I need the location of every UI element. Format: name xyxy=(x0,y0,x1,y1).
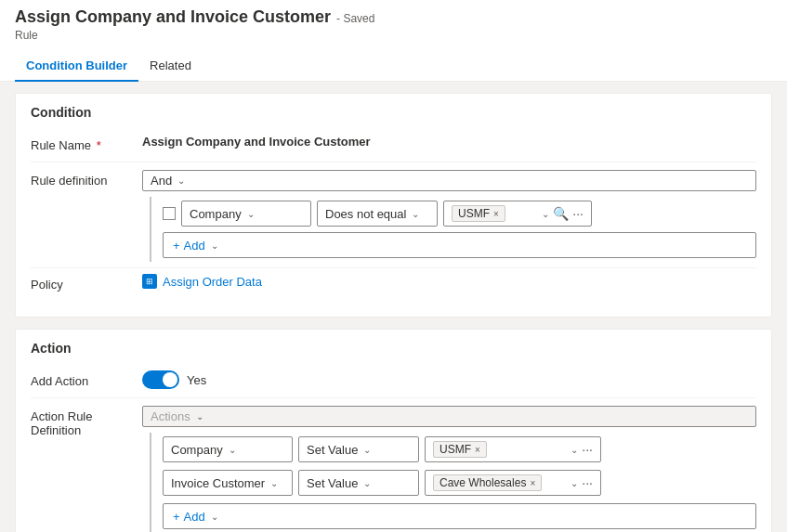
action-tag-box-end-2: ⌄ ··· xyxy=(569,475,593,490)
action-rule-section: Actions ⌄ Company ⌄ Set Value ⌄ xyxy=(142,406,756,532)
value-tag-usmf: USMF × xyxy=(452,205,505,222)
tab-related[interactable]: Related xyxy=(138,51,203,82)
page-title: Assign Company and Invoice Customer xyxy=(15,7,331,27)
rule-name-label: Rule Name * xyxy=(31,135,142,152)
more-icon[interactable]: ··· xyxy=(572,206,584,221)
action-tree: Company ⌄ Set Value ⌄ USMF × xyxy=(150,433,756,532)
tag-close-icon[interactable]: × xyxy=(493,209,499,219)
action-value-tag-box-2: Cave Wholesales × ⌄ ··· xyxy=(425,470,601,496)
action-tag-box-end-1: ⌄ ··· xyxy=(569,442,593,457)
condition-card: Condition Rule Name * Assign Company and… xyxy=(15,93,772,318)
policy-row: Policy ⊞ Assign Order Data xyxy=(31,268,756,302)
tabs-row: Condition Builder Related xyxy=(15,51,772,81)
rule-name-text: Assign Company and Invoice Customer xyxy=(142,135,371,149)
and-dropdown[interactable]: And ⌄ xyxy=(142,170,756,191)
add-action-label: Add Action xyxy=(31,370,142,388)
action-row-2: Invoice Customer ⌄ Set Value ⌄ Cave Whol… xyxy=(163,470,756,496)
action-operator-dropdown-1[interactable]: Set Value ⌄ xyxy=(298,436,419,462)
operator-chevron-icon: ⌄ xyxy=(412,209,419,219)
action-more-2-icon[interactable]: ··· xyxy=(582,475,593,490)
add-chevron-icon: ⌄ xyxy=(211,240,218,251)
and-chevron-icon: ⌄ xyxy=(177,175,185,186)
add-action-toggle[interactable] xyxy=(142,370,179,389)
action-value-tag-usmf: USMF × xyxy=(433,441,487,458)
operator-dropdown[interactable]: Does not equal ⌄ xyxy=(317,201,438,227)
action-field-dropdown-2[interactable]: Invoice Customer ⌄ xyxy=(163,470,293,496)
action-field-dropdown-1[interactable]: Company ⌄ xyxy=(163,436,293,462)
rule-definition-row: Rule definition And ⌄ Company ⌄ xyxy=(31,162,756,268)
title-row: Assign Company and Invoice Customer - Sa… xyxy=(15,7,772,29)
action-tag-close-1-icon[interactable]: × xyxy=(475,445,480,455)
action-rule-definition-row: Action Rule Definition Actions ⌄ Company… xyxy=(31,398,756,532)
action-card-title: Action xyxy=(31,341,756,356)
rule-name-row: Rule Name * Assign Company and Invoice C… xyxy=(31,129,756,162)
value-chevron-icon: ⌄ xyxy=(542,209,549,219)
action-value-chevron-2-icon: ⌄ xyxy=(571,478,578,488)
action-rule-definition-label: Action Rule Definition xyxy=(31,406,142,437)
required-star: * xyxy=(97,138,101,152)
field-dropdown[interactable]: Company ⌄ xyxy=(181,201,311,227)
toggle-knob xyxy=(163,372,177,387)
condition-tree: Company ⌄ Does not equal ⌄ USMF × xyxy=(150,197,756,262)
policy-link[interactable]: ⊞ Assign Order Data xyxy=(142,274,262,289)
condition-row-1: Company ⌄ Does not equal ⌄ USMF × xyxy=(163,201,756,227)
actions-chevron-icon: ⌄ xyxy=(196,411,203,422)
action-add-label: Add xyxy=(184,510,205,524)
value-tag-box: USMF × ⌄ 🔍 ··· xyxy=(443,201,592,227)
action-operator-chevron-2-icon: ⌄ xyxy=(363,478,371,488)
search-icon[interactable]: 🔍 xyxy=(553,206,569,221)
actions-dropdown[interactable]: Actions ⌄ xyxy=(142,406,756,427)
condition-rule-section: And ⌄ Company ⌄ Does not equal xyxy=(142,170,756,262)
add-action-value: Yes xyxy=(142,370,756,389)
action-value-tag-cave: Cave Wholesales × xyxy=(433,474,542,491)
tag-box-end: ⌄ 🔍 ··· xyxy=(540,206,584,221)
content-area: Condition Rule Name * Assign Company and… xyxy=(0,82,787,532)
page-header: Assign Company and Invoice Customer - Sa… xyxy=(0,0,787,82)
tab-condition-builder[interactable]: Condition Builder xyxy=(15,51,138,82)
policy-icon: ⊞ xyxy=(142,274,157,289)
action-add-plus-icon: + xyxy=(173,510,180,524)
toggle-yes-label: Yes xyxy=(187,373,206,387)
action-operator-chevron-1-icon: ⌄ xyxy=(363,445,371,455)
policy-label: Policy xyxy=(31,274,142,292)
page-subtitle: Rule xyxy=(15,29,772,47)
action-add-button[interactable]: + Add ⌄ xyxy=(163,503,756,529)
toggle-container: Yes xyxy=(142,370,206,389)
action-value-chevron-1-icon: ⌄ xyxy=(571,445,578,455)
add-plus-icon: + xyxy=(173,239,180,253)
action-more-1-icon[interactable]: ··· xyxy=(582,442,593,457)
action-field-chevron-1-icon: ⌄ xyxy=(229,445,236,455)
condition-card-title: Condition xyxy=(31,105,756,120)
action-add-chevron-icon: ⌄ xyxy=(211,512,218,522)
action-field-chevron-2-icon: ⌄ xyxy=(270,478,278,488)
page-wrapper: Assign Company and Invoice Customer - Sa… xyxy=(0,0,787,532)
add-action-row: Add Action Yes xyxy=(31,365,756,398)
action-card: Action Add Action Yes Action Rule xyxy=(15,329,772,532)
add-label: Add xyxy=(184,239,205,253)
action-value-tag-box-1: USMF × ⌄ ··· xyxy=(425,436,601,462)
saved-label: - Saved xyxy=(336,12,374,25)
action-operator-dropdown-2[interactable]: Set Value ⌄ xyxy=(298,470,419,496)
action-tag-close-2-icon[interactable]: × xyxy=(530,478,535,488)
rule-definition-label: Rule definition xyxy=(31,170,142,188)
condition-checkbox[interactable] xyxy=(163,207,176,220)
rule-name-value: Assign Company and Invoice Customer xyxy=(142,135,756,149)
action-row-1: Company ⌄ Set Value ⌄ USMF × xyxy=(163,436,756,462)
policy-value: ⊞ Assign Order Data xyxy=(142,274,756,289)
field-chevron-icon: ⌄ xyxy=(247,209,255,219)
condition-add-button[interactable]: + Add ⌄ xyxy=(163,232,756,258)
